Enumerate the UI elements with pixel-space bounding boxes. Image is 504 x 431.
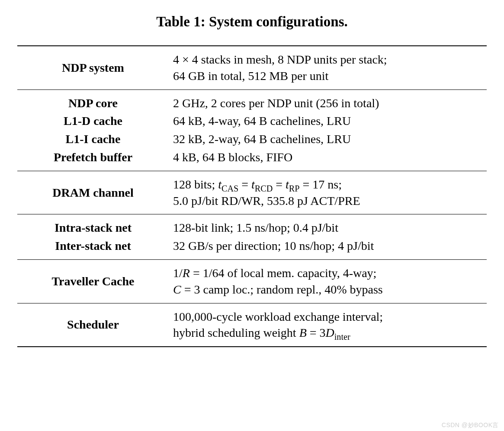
row-value-scheduler: 100,000-cycle workload exchange interval…	[169, 303, 487, 347]
row-label-l1i: L1-I cache	[17, 130, 169, 148]
row-label-traveller: Traveller Cache	[17, 259, 169, 303]
row-value-dram: 128 bits; tCAS = tRCD = tRP = 17 ns;5.0 …	[169, 171, 487, 214]
table-row: NDP core 2 GHz, 2 cores per NDP unit (25…	[17, 89, 487, 112]
table-row: L1-D cache 64 kB, 4-way, 64 B cachelines…	[17, 112, 487, 130]
row-value-prefetch: 4 kB, 64 B blocks, FIFO	[169, 148, 487, 171]
table-row: DRAM channel 128 bits; tCAS = tRCD = tRP…	[17, 171, 487, 214]
row-label-ndp-system: NDP system	[17, 46, 169, 89]
table-caption: Table 1: System configurations.	[17, 14, 487, 30]
system-config-table: NDP system 4 × 4 stacks in mesh, 8 NDP u…	[17, 45, 487, 347]
row-label-l1d: L1-D cache	[17, 112, 169, 130]
row-label-intra: Intra-stack net	[17, 214, 169, 237]
row-label-inter: Inter-stack net	[17, 237, 169, 259]
table-row: L1-I cache 32 kB, 2-way, 64 B cachelines…	[17, 130, 487, 148]
table-row: Inter-stack net 32 GB/s per direction; 1…	[17, 237, 487, 259]
row-value-intra: 128-bit link; 1.5 ns/hop; 0.4 pJ/bit	[169, 214, 487, 237]
row-label-prefetch: Prefetch buffer	[17, 148, 169, 171]
table-row: Scheduler 100,000-cycle workload exchang…	[17, 303, 487, 347]
row-value-traveller: 1/R = 1/64 of local mem. capacity, 4-way…	[169, 259, 487, 303]
row-label-ndp-core: NDP core	[17, 89, 169, 112]
row-label-scheduler: Scheduler	[17, 303, 169, 347]
table-row: Intra-stack net 128-bit link; 1.5 ns/hop…	[17, 214, 487, 237]
row-value-l1i: 32 kB, 2-way, 64 B cachelines, LRU	[169, 130, 487, 148]
row-label-dram: DRAM channel	[17, 171, 169, 214]
table-row: Prefetch buffer 4 kB, 64 B blocks, FIFO	[17, 148, 487, 171]
row-value-l1d: 64 kB, 4-way, 64 B cachelines, LRU	[169, 112, 487, 130]
row-value-inter: 32 GB/s per direction; 10 ns/hop; 4 pJ/b…	[169, 237, 487, 259]
table-row: NDP system 4 × 4 stacks in mesh, 8 NDP u…	[17, 46, 487, 89]
row-value-ndp-system: 4 × 4 stacks in mesh, 8 NDP units per st…	[169, 46, 487, 89]
table-row: Traveller Cache 1/R = 1/64 of local mem.…	[17, 259, 487, 303]
row-value-ndp-core: 2 GHz, 2 cores per NDP unit (256 in tota…	[169, 89, 487, 112]
